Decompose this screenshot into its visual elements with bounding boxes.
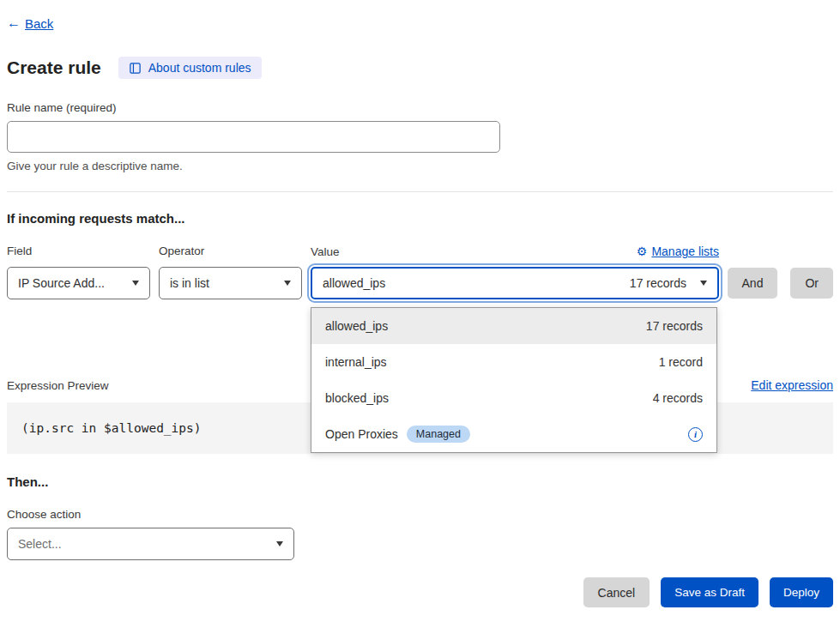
rule-name-helper: Give your rule a descriptive name. <box>7 160 833 172</box>
expression-preview-label: Expression Preview <box>7 379 109 392</box>
value-select[interactable]: allowed_ips 17 records <box>311 267 719 299</box>
title-row: Create rule About custom rules <box>7 57 833 79</box>
chevron-down-icon <box>276 541 283 546</box>
list-option-name: blocked_ips <box>325 391 389 405</box>
rule-name-input[interactable] <box>7 121 500 153</box>
list-option-name: allowed_ips <box>325 319 388 333</box>
field-column-label: Field <box>7 245 159 258</box>
value-select-records: 17 records <box>630 276 686 290</box>
back-link[interactable]: ← Back <box>7 15 53 31</box>
and-button[interactable]: And <box>728 268 778 299</box>
list-option-records: 4 records <box>653 391 703 405</box>
operator-select[interactable]: is in list <box>159 267 302 299</box>
match-column-labels: Field Operator Value ⚙ Manage lists <box>7 245 833 258</box>
about-custom-rules-label: About custom rules <box>148 61 251 75</box>
chevron-down-icon <box>132 281 139 286</box>
edit-expression-link[interactable]: Edit expression <box>751 378 833 392</box>
action-select-placeholder: Select... <box>18 537 62 551</box>
back-label: Back <box>25 16 53 31</box>
list-option-allowed-ips[interactable]: allowed_ips 17 records <box>311 308 716 344</box>
footer-actions: Cancel Save as Draft Deploy <box>7 577 833 607</box>
field-select[interactable]: IP Source Add... <box>7 267 150 299</box>
value-select-value: allowed_ips <box>323 276 385 290</box>
cancel-button[interactable]: Cancel <box>583 577 650 607</box>
expression-code: (ip.src in $allowed_ips) <box>21 421 202 435</box>
operator-select-value: is in list <box>170 276 209 290</box>
list-option-records: 1 record <box>659 355 703 369</box>
deploy-button[interactable]: Deploy <box>770 577 833 607</box>
match-heading: If incoming requests match... <box>7 211 833 226</box>
chevron-down-icon <box>284 281 291 286</box>
book-icon <box>129 62 142 75</box>
list-option-name: internal_ips <box>325 355 387 369</box>
about-custom-rules-link[interactable]: About custom rules <box>118 57 262 79</box>
section-divider <box>7 191 833 192</box>
choose-action-label: Choose action <box>7 508 833 521</box>
page-title: Create rule <box>7 57 101 78</box>
list-option-blocked-ips[interactable]: blocked_ips 4 records <box>311 380 716 416</box>
value-column-label: Value <box>311 245 340 258</box>
and-or-group: And Or <box>728 268 833 299</box>
list-option-internal-ips[interactable]: internal_ips 1 record <box>311 344 716 380</box>
chevron-down-icon <box>700 281 707 286</box>
field-select-value: IP Source Add... <box>18 276 105 290</box>
value-select-wrap: allowed_ips 17 records allowed_ips 17 re… <box>311 267 719 299</box>
managed-badge: Managed <box>407 426 470 443</box>
save-draft-button[interactable]: Save as Draft <box>661 577 758 607</box>
rule-name-label: Rule name (required) <box>7 101 833 114</box>
create-rule-page: ← Back Create rule About custom rules Ru… <box>0 0 840 607</box>
info-icon[interactable]: i <box>688 427 703 442</box>
list-dropdown-menu: allowed_ips 17 records internal_ips 1 re… <box>311 307 717 453</box>
operator-column-label: Operator <box>159 245 311 258</box>
list-option-name: Open Proxies <box>325 427 398 441</box>
list-option-open-proxies[interactable]: Open Proxies Managed i <box>311 416 716 452</box>
match-condition-row: IP Source Add... is in list allowed_ips … <box>7 267 833 299</box>
action-select[interactable]: Select... <box>7 528 294 560</box>
then-heading: Then... <box>7 474 833 489</box>
manage-lists-label: Manage lists <box>651 245 719 258</box>
manage-lists-link[interactable]: ⚙ Manage lists <box>637 245 719 258</box>
back-arrow-icon: ← <box>7 15 21 31</box>
gear-icon: ⚙ <box>637 245 648 258</box>
list-option-records: 17 records <box>646 319 703 333</box>
or-button[interactable]: Or <box>790 268 833 299</box>
